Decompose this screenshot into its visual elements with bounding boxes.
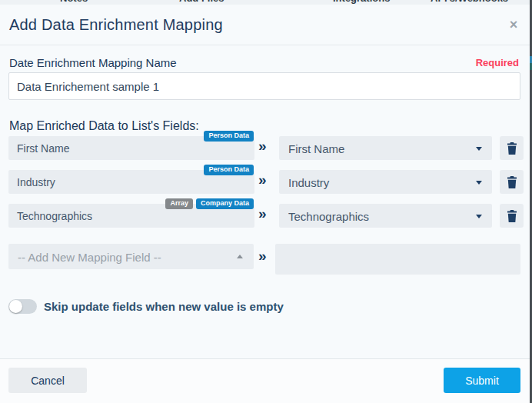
add-mapping-row: -- Add New Mapping Field -- » xyxy=(0,244,530,279)
delete-mapping-button[interactable] xyxy=(500,136,524,160)
background-nav-item: API's/Webhooks xyxy=(431,0,508,4)
trash-icon xyxy=(507,142,517,155)
skip-update-label: Skip update fields when new value is emp… xyxy=(44,300,284,313)
skip-update-toggle[interactable] xyxy=(8,299,37,314)
background-nav-item: Add Files xyxy=(179,0,224,4)
map-arrow-icon: » xyxy=(258,138,267,155)
dialog-footer: Cancel Submit xyxy=(0,358,530,403)
badge-group: Person Data xyxy=(204,165,254,175)
badge-group: Person Data xyxy=(204,131,254,142)
source-field: First Name Person Data xyxy=(8,136,254,160)
submit-button[interactable]: Submit xyxy=(444,368,520,393)
add-data-enrichment-mapping-dialog: Add Data Enrichment Mapping × Date Enric… xyxy=(0,5,530,403)
mapping-row: First Name Person Data » First Name xyxy=(0,136,530,160)
target-field-select[interactable]: Industry xyxy=(279,170,492,194)
chevron-down-icon xyxy=(476,215,482,218)
add-new-mapping-field-select[interactable]: -- Add New Mapping Field -- xyxy=(8,244,254,269)
target-field-select[interactable]: Technographics xyxy=(279,204,492,228)
trash-icon xyxy=(507,176,517,188)
map-arrow-icon: » xyxy=(258,205,267,222)
mapping-name-input[interactable] xyxy=(8,72,520,100)
close-icon[interactable]: × xyxy=(507,18,520,32)
add-new-mapping-placeholder: -- Add New Mapping Field -- xyxy=(18,251,161,264)
source-field: Technographics Array Company Data xyxy=(8,204,254,228)
map-arrow-icon: » xyxy=(258,172,267,188)
empty-target-field xyxy=(275,244,520,275)
source-field-label: Technographics xyxy=(17,210,92,222)
person-data-badge: Person Data xyxy=(204,131,254,142)
dialog-header: Add Data Enrichment Mapping × xyxy=(0,5,530,45)
map-arrow-icon: » xyxy=(258,248,267,265)
source-field-label: Industry xyxy=(17,176,55,188)
target-field-value: Technographics xyxy=(288,210,369,223)
company-data-badge: Company Data xyxy=(196,198,254,209)
cancel-button[interactable]: Cancel xyxy=(8,368,87,393)
chevron-up-icon xyxy=(237,255,243,258)
target-field-value: First Name xyxy=(288,142,344,155)
screen: Notes Add Files Integrations API's/Webho… xyxy=(0,0,532,403)
toggle-knob xyxy=(9,300,22,313)
skip-update-row: Skip update fields when new value is emp… xyxy=(0,299,530,316)
map-fields-section-label: Map Enriched Data to List's Fields: xyxy=(9,119,199,133)
source-field: Industry Person Data xyxy=(8,170,254,194)
background-nav-item: Notes xyxy=(60,0,88,4)
mapping-row: Technographics Array Company Data » Tech… xyxy=(0,204,530,228)
background-nav-item: Integrations xyxy=(333,0,390,4)
trash-icon xyxy=(507,210,517,222)
mapping-row: Industry Person Data » Industry xyxy=(0,170,530,194)
delete-mapping-button[interactable] xyxy=(500,204,524,228)
mapping-name-label: Date Enrichment Mapping Name xyxy=(9,56,177,69)
chevron-down-icon xyxy=(476,147,482,151)
array-badge: Array xyxy=(165,198,193,209)
required-badge: Required xyxy=(476,57,519,68)
target-field-select[interactable]: First Name xyxy=(279,136,492,160)
target-field-value: Industry xyxy=(288,176,329,189)
chevron-down-icon xyxy=(476,181,482,185)
person-data-badge: Person Data xyxy=(204,165,254,175)
badge-group: Array Company Data xyxy=(165,198,254,209)
delete-mapping-button[interactable] xyxy=(500,170,524,194)
dialog-title: Add Data Enrichment Mapping xyxy=(9,16,223,34)
source-field-label: First Name xyxy=(17,142,69,155)
